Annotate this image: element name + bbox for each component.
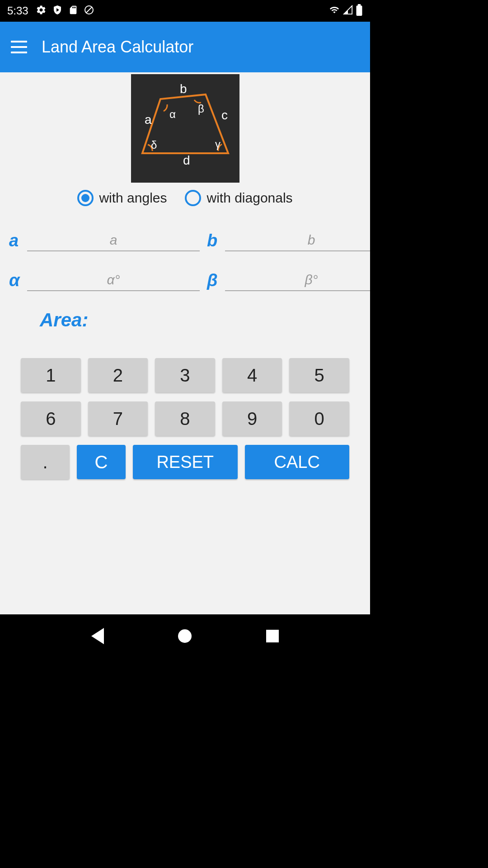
key-2[interactable]: 2: [88, 358, 148, 392]
svg-text:c: c: [221, 108, 228, 122]
angle-alpha-input[interactable]: [27, 269, 200, 291]
side-a-input[interactable]: [27, 230, 200, 251]
calc-button[interactable]: CALC: [245, 445, 350, 479]
radio-button-icon: [77, 190, 94, 206]
key-1[interactable]: 1: [21, 358, 81, 392]
nav-back-icon[interactable]: [91, 628, 104, 644]
key-5[interactable]: 5: [289, 358, 349, 392]
svg-rect-2: [357, 5, 362, 16]
reset-button[interactable]: RESET: [133, 445, 238, 479]
angle-beta-label: β: [207, 271, 221, 290]
svg-text:β: β: [198, 103, 204, 115]
key-decimal[interactable]: .: [21, 445, 70, 479]
key-clear[interactable]: C: [77, 445, 126, 479]
status-bar: 5:33: [0, 0, 370, 22]
sd-card-icon: [68, 5, 78, 17]
app-title: Land Area Calculator: [42, 38, 193, 57]
svg-text:a: a: [145, 113, 152, 127]
battery-icon: [356, 4, 363, 18]
signal-icon: [343, 5, 353, 17]
key-3[interactable]: 3: [155, 358, 215, 392]
mode-radio-group: with angles with diagonals: [0, 183, 370, 221]
app-bar: Land Area Calculator: [0, 22, 370, 72]
angle-alpha-label: α: [9, 271, 23, 290]
radio-label: with angles: [99, 190, 167, 206]
svg-text:d: d: [183, 153, 190, 167]
radio-with-diagonals[interactable]: with diagonals: [185, 190, 292, 206]
svg-text:b: b: [180, 82, 187, 96]
radio-button-icon: [185, 190, 201, 206]
svg-rect-3: [358, 4, 361, 6]
svg-text:α: α: [169, 108, 176, 120]
side-a-label: a: [9, 231, 23, 250]
angle-beta-input[interactable]: [225, 269, 370, 291]
navigation-bar: [0, 614, 370, 658]
side-b-input[interactable]: [225, 230, 370, 251]
radio-label: with diagonals: [206, 190, 292, 206]
key-0[interactable]: 0: [289, 401, 349, 436]
key-9[interactable]: 9: [222, 401, 282, 436]
key-8[interactable]: 8: [155, 401, 215, 436]
gear-icon: [36, 5, 47, 17]
key-7[interactable]: 7: [88, 401, 148, 436]
nav-recent-icon[interactable]: [266, 630, 279, 642]
main-content: a b c d α β γ δ with angles with diagona…: [0, 72, 370, 614]
nav-home-icon[interactable]: [178, 629, 192, 643]
keypad: 1 2 3 4 5 6 7 8 9 0 . C RESET CALC: [0, 340, 370, 479]
status-time: 5:33: [7, 5, 28, 17]
svg-text:γ: γ: [215, 138, 221, 150]
quadrilateral-diagram: a b c d α β γ δ: [131, 74, 239, 183]
area-label: Area:: [40, 309, 88, 330]
no-location-icon: [84, 5, 94, 17]
key-6[interactable]: 6: [21, 401, 81, 436]
svg-text:δ: δ: [151, 139, 157, 151]
svg-line-1: [86, 7, 92, 13]
hamburger-menu-icon[interactable]: [11, 41, 27, 53]
side-b-label: b: [207, 231, 221, 250]
play-shield-icon: [52, 5, 63, 17]
wifi-icon: [328, 5, 340, 17]
key-4[interactable]: 4: [222, 358, 282, 392]
radio-with-angles[interactable]: with angles: [77, 190, 167, 206]
